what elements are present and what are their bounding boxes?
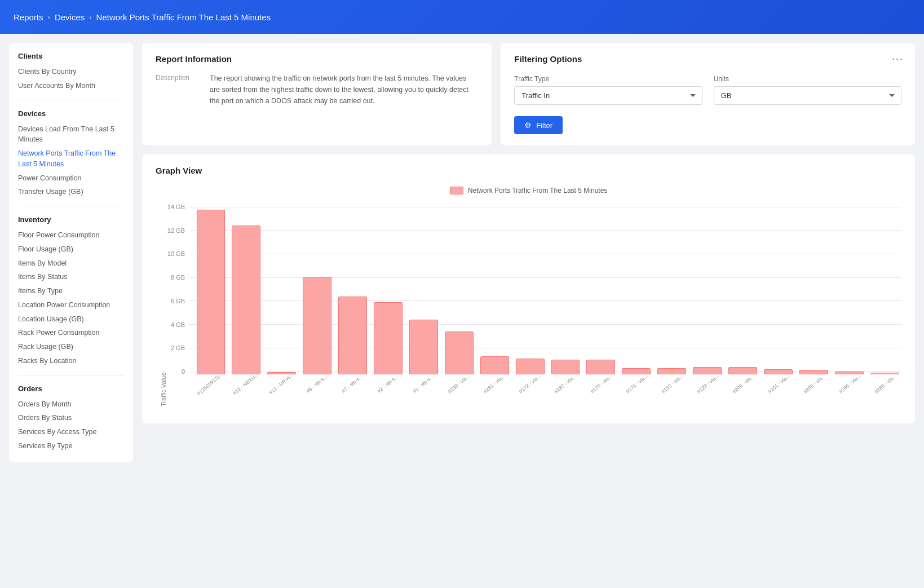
bars-area [194, 204, 901, 375]
sidebar: Clients Clients By Country User Accounts… [9, 43, 133, 462]
report-info-title: Report Information [156, 54, 478, 64]
bar-wrapper [655, 204, 689, 374]
sidebar-item-racks-by-location[interactable]: Racks By Location [18, 354, 124, 368]
sidebar-item-services-by-type[interactable]: Services By Type [18, 439, 124, 453]
traffic-type-label: Traffic Type [514, 75, 702, 83]
graph-card: Graph View Network Ports Traffic From Th… [142, 154, 915, 423]
bar-wrapper [372, 204, 405, 374]
description-label: Description [156, 73, 201, 107]
sidebar-item-items-by-model[interactable]: Items By Model [18, 257, 124, 271]
top-cards-row: Report Information Description The repor… [142, 43, 915, 145]
sidebar-item-location-power[interactable]: Location Power Consumption [18, 298, 124, 312]
legend-label: Network Ports Traffic From The Last 5 Mi… [468, 187, 608, 194]
y-axis-tick: 8 GB [167, 274, 189, 281]
breadcrumb-reports[interactable]: Reports [14, 12, 43, 22]
bar-wrapper [300, 204, 334, 374]
y-axis-label: Traffic Value [156, 204, 167, 406]
y-axis-tick: 4 GB [167, 321, 189, 328]
bar-wrapper [336, 204, 370, 374]
sidebar-divider-1 [18, 100, 124, 100]
bar [232, 226, 260, 374]
sidebar-item-network-ports[interactable]: Network Ports Traffic From The Last 5 Mi… [18, 147, 124, 171]
sidebar-item-rack-power[interactable]: Rack Power Consumption [18, 326, 124, 340]
chart-plot: 14 GB12 GB10 GB8 GB6 GB4 GB2 GB0 [167, 204, 901, 375]
sidebar-section-clients: Clients [18, 52, 124, 60]
content-area: Report Information Description The repor… [142, 43, 915, 579]
description-text: The report showing the traffic on networ… [210, 73, 478, 107]
bar-wrapper [726, 204, 760, 374]
units-select[interactable]: GB MB KB [714, 86, 901, 105]
traffic-type-group: Traffic Type Traffic In Traffic Out [514, 75, 702, 105]
chart-inner: 14 GB12 GB10 GB8 GB6 GB4 GB2 GB0 #125829… [167, 204, 901, 406]
sidebar-section-orders: Orders [18, 384, 124, 393]
sidebar-item-services-by-access[interactable]: Services By Access Type [18, 425, 124, 439]
bar-wrapper [513, 204, 547, 374]
breadcrumb-current: Network Ports Traffic From The Last 5 Mi… [96, 12, 271, 22]
bar-wrapper [691, 204, 724, 374]
bar-wrapper [265, 204, 299, 374]
sidebar-item-items-by-type[interactable]: Items By Type [18, 284, 124, 298]
sidebar-item-devices-load[interactable]: Devices Load From The Last 5 Minutes [18, 122, 124, 147]
bar [374, 302, 403, 374]
bar-wrapper [832, 204, 866, 374]
x-label: #192 - vla... [657, 370, 700, 412]
sidebar-item-transfer-usage[interactable]: Transfer Usage (GB) [18, 185, 124, 199]
bar [197, 210, 226, 374]
x-label: #288 - vla... [870, 370, 913, 412]
sidebar-item-power-consumption[interactable]: Power Consumption [18, 171, 124, 185]
sidebar-item-orders-by-status[interactable]: Orders By Status [18, 411, 124, 425]
main-layout: Clients Clients By Country User Accounts… [0, 34, 924, 588]
bar-wrapper [868, 204, 901, 374]
bar-wrapper [406, 204, 440, 374]
description-row: Description The report showing the traff… [156, 73, 478, 107]
bar-wrapper [194, 204, 228, 374]
y-axis-tick: 14 GB [167, 204, 189, 210]
filter-button[interactable]: ⚙ Filter [514, 116, 563, 134]
sidebar-section-inventory: Inventory [18, 215, 124, 224]
filtering-title: Filtering Options [514, 54, 901, 64]
y-axis-tick: 2 GB [167, 344, 189, 351]
bar-wrapper [584, 204, 618, 374]
sidebar-item-items-by-status[interactable]: Items By Status [18, 270, 124, 284]
x-labels-row: #125829171...#12 - NEXU...#11 - UP-H...#… [191, 378, 901, 406]
y-axis-tick: 6 GB [167, 298, 189, 304]
bar [445, 331, 474, 374]
sidebar-divider-2 [18, 206, 124, 206]
sidebar-item-floor-usage[interactable]: Floor Usage (GB) [18, 242, 124, 257]
sidebar-section-devices: Devices [18, 109, 124, 118]
sidebar-item-rack-usage[interactable]: Rack Usage (GB) [18, 340, 124, 354]
legend-color-swatch [450, 187, 463, 194]
bar [303, 277, 331, 374]
bar [338, 297, 367, 375]
sidebar-divider-3 [18, 375, 124, 375]
filter-button-label: Filter [536, 121, 552, 130]
units-group: Units GB MB KB [714, 75, 901, 105]
sidebar-item-clients-by-country[interactable]: Clients By Country [18, 65, 124, 79]
bar-wrapper [478, 204, 511, 374]
y-axis-tick: 12 GB [167, 227, 189, 234]
bar-wrapper [442, 204, 476, 374]
options-menu-button[interactable]: ··· [892, 53, 904, 65]
graph-title: Graph View [156, 166, 901, 175]
bar-wrapper [549, 204, 582, 374]
breadcrumb-chevron-1: › [48, 13, 50, 21]
sidebar-item-floor-power[interactable]: Floor Power Consumption [18, 228, 124, 242]
breadcrumb-devices[interactable]: Devices [55, 12, 85, 22]
x-label: #128 - vla... [692, 370, 736, 412]
bar-wrapper [762, 204, 795, 374]
bar-wrapper [620, 204, 653, 374]
x-label: #283 - vla... [550, 370, 594, 412]
sidebar-item-orders-by-month[interactable]: Orders By Month [18, 397, 124, 412]
traffic-type-select[interactable]: Traffic In Traffic Out [514, 86, 702, 105]
y-axis-tick: 10 GB [167, 250, 189, 257]
bar [409, 320, 438, 374]
sidebar-item-user-accounts-by-month[interactable]: User Accounts By Month [18, 79, 124, 93]
filter-controls-row: Traffic Type Traffic In Traffic Out Unit… [514, 75, 901, 105]
filtering-card: Filtering Options ··· Traffic Type Traff… [501, 43, 915, 145]
header: Reports › Devices › Network Ports Traffi… [0, 0, 924, 34]
bar-wrapper [229, 204, 263, 374]
chart-legend: Network Ports Traffic From The Last 5 Mi… [156, 187, 901, 194]
sidebar-item-location-usage[interactable]: Location Usage (GB) [18, 312, 124, 326]
x-label: #170 - vla... [586, 370, 629, 412]
y-axis-tick: 0 [167, 368, 189, 375]
